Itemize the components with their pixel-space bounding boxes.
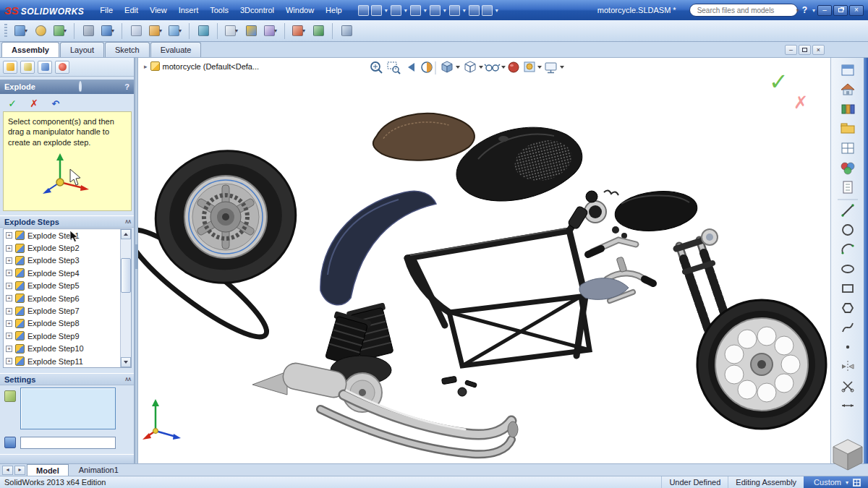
open-document-icon[interactable] xyxy=(371,5,382,16)
foot-controls[interactable] xyxy=(441,376,477,396)
units-selector[interactable]: Custom xyxy=(814,478,841,487)
ok-button[interactable]: ✓ xyxy=(4,97,20,111)
rear-wheel[interactable] xyxy=(143,138,308,296)
undo-button[interactable]: ↶ xyxy=(48,97,64,111)
home-icon[interactable] xyxy=(841,84,854,95)
exploded-view-button[interactable] xyxy=(242,22,260,40)
show-hidden-components-button[interactable] xyxy=(127,22,145,40)
hide-show-items-icon[interactable] xyxy=(485,64,500,71)
doc-restore-button[interactable] xyxy=(799,45,811,55)
featuremanager-tree-tab[interactable] xyxy=(3,61,17,74)
menu-3dcontrol[interactable]: 3Dcontrol xyxy=(234,4,280,17)
assembly-name[interactable]: motorcycle (Default<Defa... xyxy=(163,62,260,71)
seat[interactable] xyxy=(372,108,477,167)
assembly-features-button[interactable]: ▾ xyxy=(147,22,164,40)
grid-icon[interactable] xyxy=(853,479,861,487)
configurationmanager-tab[interactable] xyxy=(38,61,52,74)
rectangle-tool-icon[interactable] xyxy=(843,285,853,292)
undo-icon[interactable] xyxy=(430,5,441,16)
close-button[interactable]: × xyxy=(849,5,864,16)
options-dropdown-icon[interactable]: ▾ xyxy=(495,7,498,14)
insert-components-button[interactable]: ▾ xyxy=(12,22,30,40)
design-library-icon[interactable] xyxy=(842,105,854,114)
linear-component-pattern-button[interactable]: ▾ xyxy=(51,22,69,40)
view-orientation-dropdown-icon[interactable] xyxy=(456,66,460,69)
custom-properties-icon[interactable] xyxy=(843,181,852,193)
feature-tree-root[interactable]: ▸ motorcycle (Default<Defa... xyxy=(144,61,259,71)
scroll-up-button[interactable] xyxy=(121,229,131,239)
section-view-icon[interactable] xyxy=(422,62,432,72)
trim-tool-icon[interactable] xyxy=(842,382,854,392)
move-component-button[interactable]: ▾ xyxy=(99,22,116,40)
new-document-icon[interactable] xyxy=(358,5,369,16)
print-dropdown-icon[interactable]: ▾ xyxy=(424,7,427,14)
ellipse-tool-icon[interactable] xyxy=(842,265,854,273)
save-icon[interactable] xyxy=(391,5,401,16)
components-selection-box[interactable] xyxy=(20,388,116,429)
pm-help-icon[interactable]: ? xyxy=(124,82,129,91)
zoom-to-area-icon[interactable] xyxy=(388,62,400,74)
bill-of-materials-button[interactable]: ▾ xyxy=(223,22,240,40)
restore-button[interactable] xyxy=(833,5,848,16)
instant3d-button[interactable] xyxy=(310,22,327,40)
cancel-button[interactable]: ✗ xyxy=(26,97,42,111)
mirror-tool-icon[interactable] xyxy=(842,361,854,372)
explode-steps-group-header[interactable]: Explode Steps ∧∧ xyxy=(0,215,135,228)
expand-icon[interactable]: + xyxy=(6,333,12,339)
view-palette-icon[interactable] xyxy=(842,143,854,153)
solidworks-resources-icon[interactable] xyxy=(842,65,854,75)
explode-line-sketch-button[interactable]: ▾ xyxy=(262,22,279,40)
menu-file[interactable]: File xyxy=(94,4,119,17)
save-dropdown-icon[interactable]: ▾ xyxy=(404,7,407,14)
tab-scroll-back-button[interactable]: ◂ xyxy=(2,466,13,475)
new-motion-study-button[interactable] xyxy=(195,22,212,40)
options-icon[interactable] xyxy=(482,5,493,16)
expand-icon[interactable]: + xyxy=(6,308,12,314)
display-style-icon[interactable] xyxy=(465,61,475,72)
menu-help[interactable]: Help xyxy=(320,4,348,17)
dimension-tool-icon[interactable] xyxy=(842,404,854,407)
tab-sketch[interactable]: Sketch xyxy=(105,42,150,57)
edit-appearance-icon[interactable] xyxy=(509,62,519,72)
display-style-dropdown-icon[interactable] xyxy=(479,66,483,69)
rebuild-icon[interactable] xyxy=(469,5,480,16)
doc-close-button[interactable]: × xyxy=(812,45,825,55)
tab-animation1[interactable]: Animation1 xyxy=(70,464,127,476)
print-icon[interactable] xyxy=(410,5,421,16)
expand-icon[interactable]: + xyxy=(6,358,12,364)
search-box[interactable]: ▾ xyxy=(689,4,798,17)
fuel-tank[interactable] xyxy=(456,127,582,201)
help-dropdown-icon[interactable]: ▾ xyxy=(812,7,815,14)
zoom-to-fit-icon[interactable] xyxy=(371,62,382,73)
reference-geometry-button[interactable]: ▾ xyxy=(166,22,184,40)
apply-scene-dropdown-icon[interactable] xyxy=(537,66,542,69)
confirm-cancel-button[interactable]: ✗ xyxy=(793,93,808,113)
dimxpertmanager-tab[interactable] xyxy=(55,61,69,74)
air-cleaner-cover[interactable] xyxy=(613,187,699,235)
tree-expand-icon[interactable]: ▸ xyxy=(144,63,148,70)
select-dropdown-icon[interactable]: ▾ xyxy=(463,7,466,14)
polygon-tool-icon[interactable] xyxy=(843,304,853,312)
units-dropdown-icon[interactable]: ▾ xyxy=(846,479,848,486)
settings-group-header[interactable]: Settings ∧∧ xyxy=(0,373,135,385)
arc-tool-icon[interactable] xyxy=(841,244,854,254)
tab-model[interactable]: Model xyxy=(27,464,69,476)
confirm-ok-button[interactable]: ✓ xyxy=(769,68,788,95)
view-settings-dropdown-icon[interactable] xyxy=(560,66,564,69)
explode-steps-list[interactable]: +Explode Step1 +Explode Step2 +Explode S… xyxy=(3,228,132,368)
tab-layout[interactable]: Layout xyxy=(60,42,104,57)
select-icon[interactable] xyxy=(449,5,460,16)
line-tool-icon[interactable] xyxy=(841,204,854,216)
tab-evaluate[interactable]: Evaluate xyxy=(150,42,202,57)
expand-icon[interactable]: + xyxy=(6,320,12,327)
corner-cube-icon[interactable] xyxy=(829,437,867,473)
doc-minimize-button[interactable]: – xyxy=(785,45,797,55)
scroll-down-button[interactable] xyxy=(121,357,131,367)
expand-icon[interactable]: + xyxy=(6,270,12,276)
expand-icon[interactable]: + xyxy=(6,346,12,352)
minimize-button[interactable]: – xyxy=(817,5,832,16)
smart-fasteners-button[interactable] xyxy=(80,22,97,40)
view-orientation-icon[interactable] xyxy=(442,61,452,72)
appearances-icon[interactable] xyxy=(841,163,854,174)
previous-view-icon[interactable] xyxy=(408,63,414,72)
